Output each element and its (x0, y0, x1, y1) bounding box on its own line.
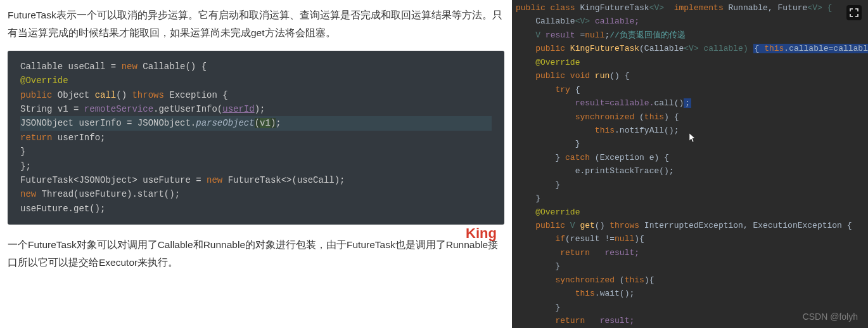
expand-icon (850, 8, 858, 17)
article-left: FutureTask表示一个可以取消的异步运算。它有启动和取消运算、查询运算是否… (0, 0, 512, 328)
intro-paragraph: FutureTask表示一个可以取消的异步运算。它有启动和取消运算、查询运算是否… (8, 6, 504, 42)
expand-button[interactable] (846, 5, 862, 20)
outro-paragraph: 一个FutureTask对象可以对调用了Callable和Runnable的对象… (8, 236, 504, 272)
code-panel-right: public class KingFutureTask<V> implement… (512, 0, 868, 328)
code-block-callable: Callable useCall = new Callable() { @Ove… (8, 51, 504, 225)
code-block-kingfuturetask: public class KingFutureTask<V> implement… (512, 0, 868, 328)
